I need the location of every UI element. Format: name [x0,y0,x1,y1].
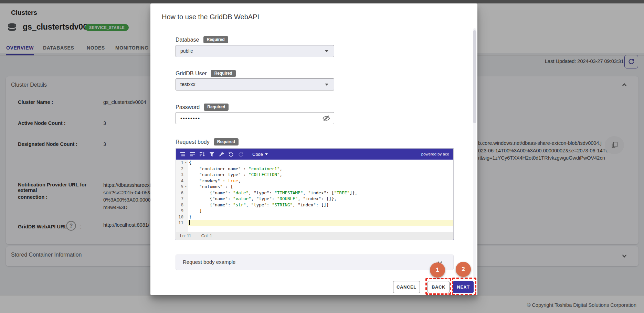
column-indicator: Col: 1 [201,234,212,238]
code-area[interactable]: 1▾{2 "container_name" : "container1",3 "… [176,160,453,232]
password-label: PasswordRequired [176,104,229,111]
annotation-rect-next [452,278,476,295]
code-line: } [188,214,453,220]
chevron-down-icon [265,153,268,155]
sort-icon[interactable] [199,151,205,157]
request-body-example-accordion[interactable]: Request body example [176,255,454,270]
editor-status-bar: Ln: 11 Col: 1 [176,232,453,240]
filter-icon[interactable] [209,151,215,157]
gutter-line-number: 10 [176,214,188,220]
gutter-line-number: 6 [176,190,188,196]
request-body-label: Request bodyRequired [176,138,239,145]
cancel-button[interactable]: CANCEL [393,281,420,293]
gutter-line-number: 7 [176,196,188,202]
password-input[interactable]: •••••••• [176,112,334,124]
json-code-editor[interactable]: Code powered by ace 1▾{2 "container_name… [176,148,454,240]
line-indicator: Ln: 11 [180,234,191,238]
code-line: "rowkey" : true, [188,178,453,184]
compact-icon[interactable] [190,151,196,157]
gutter-line-number: 4 [176,178,188,184]
dialog-title: How to use the GridDB WebAPI [162,13,259,21]
gutter-line-number: 3 [176,172,188,178]
annotation-step-2: 2 [456,262,471,277]
required-badge: Required [214,138,239,145]
required-badge: Required [203,36,228,43]
accordion-label: Request body example [183,259,235,265]
app-window: Clusters gs_clustertsdv0004 SERVICE_STAB… [0,0,644,313]
undo-icon[interactable] [228,151,234,157]
code-line: { [188,160,453,166]
database-label: DatabaseRequired [176,36,228,43]
mode-select[interactable]: Code [252,152,268,157]
database-select[interactable]: public [176,45,334,57]
code-line: {"name": "date", "type": "TIMESTAMP", "i… [188,190,453,196]
code-line: "columns" : [ [188,184,453,190]
modal-scrollbar-thumb[interactable] [473,30,476,123]
gutter-line-number: 2 [176,166,188,172]
editor-toolbar: Code powered by ace [176,149,453,160]
toggle-password-visibility-button[interactable] [322,114,330,122]
code-line [188,220,453,226]
eye-off-icon [322,114,330,122]
gutter-line-number: 1▾ [176,160,188,166]
redo-icon[interactable] [238,151,244,157]
webapi-dialog: How to use the GridDB WebAPI DatabaseReq… [150,3,477,295]
chevron-down-icon [325,50,328,52]
griddb-user-select[interactable]: testxxx [176,78,334,90]
code-line: "container_type" : "COLLECTION", [188,172,453,178]
gutter-line-number: 5▾ [176,184,188,190]
code-line: {"name": "str", "type": "STRING", "index… [188,202,453,208]
repair-wrench-icon[interactable] [219,151,224,157]
code-line: {"name": "value", "type": "DOUBLE", "ind… [188,196,453,202]
chevron-down-icon [325,84,328,86]
powered-by-ace-link[interactable]: powered by ace [421,152,449,156]
required-badge: Required [204,104,229,111]
button-divider [424,280,424,294]
text-cursor [189,220,190,225]
format-icon[interactable] [180,151,186,157]
gutter-line-number: 8 [176,202,188,208]
gutter-line-number: 9 [176,208,188,214]
code-line: ] [188,208,453,214]
gutter-line-number: 11 [176,220,188,226]
annotation-rect-back [425,278,451,295]
code-line: "container_name" : "container1", [188,166,453,172]
griddb-user-label: GridDB UserRequired [176,70,236,77]
required-badge: Required [211,70,236,77]
annotation-step-1: 1 [430,262,445,278]
